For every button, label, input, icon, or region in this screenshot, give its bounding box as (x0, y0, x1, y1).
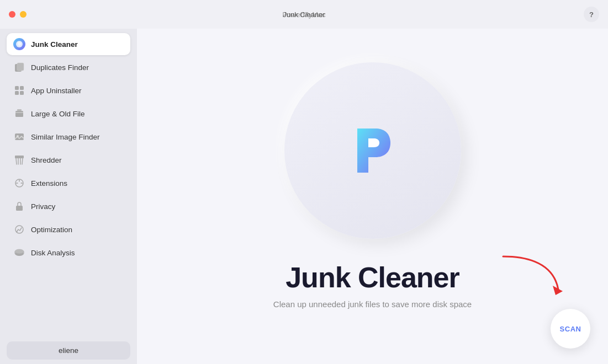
sidebar-item-extensions[interactable]: Extensions (7, 172, 130, 194)
content-area: Junk Cleaner Clean up unneeded junk file… (137, 29, 608, 364)
similar-image-finder-icon (13, 131, 25, 143)
sidebar: Junk Cleaner Duplicates Finder (0, 29, 137, 364)
scan-button-container: SCAN (551, 309, 590, 349)
sidebar-item-optimization-label: Optimization (31, 226, 72, 234)
svg-rect-2 (17, 63, 24, 71)
sidebar-item-large-old-file-label: Large & Old File (31, 110, 85, 118)
sidebar-item-similar-image-finder[interactable]: Similar Image Finder (7, 126, 130, 148)
sidebar-item-app-uninstaller-label: App Uninstaller (31, 87, 82, 95)
svg-rect-5 (15, 91, 19, 95)
app-uninstaller-icon (13, 84, 25, 97)
junk-cleaner-icon (13, 38, 25, 50)
help-button[interactable]: ? (584, 7, 599, 22)
main-layout: Junk Cleaner Duplicates Finder (0, 29, 608, 364)
sidebar-item-junk-cleaner-label: Junk Cleaner (31, 40, 78, 49)
sidebar-item-app-uninstaller[interactable]: App Uninstaller (7, 79, 130, 101)
duplicates-finder-icon (13, 61, 25, 73)
logo-circle (284, 62, 461, 239)
svg-rect-7 (15, 111, 23, 117)
sidebar-item-duplicates-finder-label: Duplicates Finder (31, 63, 89, 72)
sidebar-item-privacy[interactable]: Privacy (7, 195, 130, 217)
close-button[interactable] (9, 11, 15, 18)
traffic-lights (9, 11, 27, 18)
sidebar-item-duplicates-finder[interactable]: Duplicates Finder (7, 56, 130, 78)
main-subtitle: Clean up unneeded junk files to save mor… (273, 299, 472, 309)
optimization-icon (13, 223, 25, 235)
p-logo (334, 112, 411, 189)
window-title: Junk Cleaner (283, 10, 325, 19)
svg-rect-11 (15, 156, 24, 158)
minimize-button[interactable] (20, 11, 27, 18)
scan-button[interactable]: SCAN (551, 309, 590, 349)
disk-analysis-icon (13, 247, 25, 259)
sidebar-item-shredder-label: Shredder (31, 156, 62, 164)
sidebar-item-disk-analysis[interactable]: Disk Analysis (7, 242, 130, 264)
svg-point-16 (15, 249, 24, 254)
privacy-icon (13, 200, 25, 212)
large-old-file-icon (13, 108, 25, 120)
svg-rect-8 (17, 109, 22, 111)
svg-rect-13 (16, 206, 23, 211)
sidebar-item-junk-cleaner[interactable]: Junk Cleaner (7, 33, 130, 55)
shredder-icon (13, 154, 25, 166)
sidebar-item-similar-image-finder-label: Similar Image Finder (31, 133, 100, 141)
main-title: Junk Cleaner (286, 261, 459, 294)
sidebar-item-disk-analysis-label: Disk Analysis (31, 249, 75, 257)
sidebar-item-privacy-label: Privacy (31, 202, 55, 211)
svg-rect-6 (20, 91, 24, 95)
svg-rect-4 (20, 86, 24, 90)
sidebar-item-shredder[interactable]: Shredder (7, 149, 130, 171)
user-button[interactable]: eliene (7, 341, 130, 360)
sidebar-item-optimization[interactable]: Optimization (7, 218, 130, 240)
sidebar-item-extensions-label: Extensions (31, 179, 67, 188)
extensions-icon (13, 177, 25, 189)
sidebar-item-large-old-file[interactable]: Large & Old File (7, 103, 130, 125)
svg-rect-3 (15, 86, 19, 90)
arrow-decoration (498, 254, 564, 298)
titlebar: PowerMyMac Junk Cleaner ? (0, 0, 608, 29)
